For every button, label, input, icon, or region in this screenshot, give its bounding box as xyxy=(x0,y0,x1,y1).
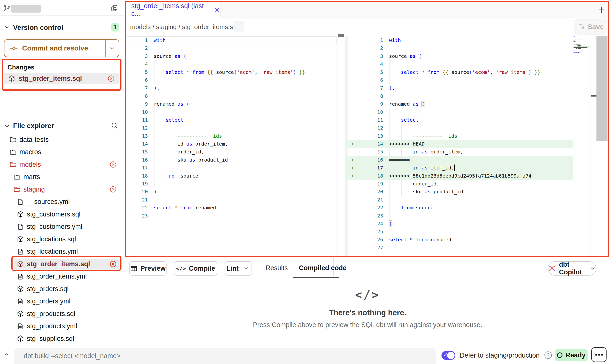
code-line-3[interactable]: 3source as ( xyxy=(126,52,338,60)
code-line-12[interactable]: 12 xyxy=(126,124,338,132)
file-row-stg-order-items-sql[interactable]: stg_order_items.sql xyxy=(0,258,125,270)
editor-pane-right[interactable]: 1with23source as (45 select * from {{ so… xyxy=(346,36,573,252)
code-line-22[interactable]: 22select * from renamed xyxy=(126,204,338,212)
code-line-14[interactable]: +14<<<<<<< HEAD xyxy=(346,140,573,148)
right-scrollbar-thumb[interactable] xyxy=(596,36,608,141)
code-line-20[interactable]: 20 sku as product_id xyxy=(346,188,573,196)
code-line-27[interactable]: 27 xyxy=(346,244,573,251)
code-line-3[interactable]: 3source as ( xyxy=(346,52,573,60)
x-circle-icon[interactable] xyxy=(109,161,117,168)
code-line-19[interactable]: 19 order_id, xyxy=(346,180,573,188)
x-circle-icon[interactable] xyxy=(109,186,117,193)
code-line-5[interactable]: 5 select * from {{ source('ecom', 'raw_i… xyxy=(126,68,338,76)
commit-dropdown-toggle[interactable] xyxy=(105,40,119,57)
file-row-stg-order-items-yml[interactable]: stg_order_items.yml xyxy=(0,270,125,283)
code-line-21[interactable]: 21 xyxy=(346,196,573,204)
code-line-5[interactable]: 5 select * from {{ source('ecom', 'raw_i… xyxy=(346,68,573,76)
code-line-11[interactable]: 11 select xyxy=(346,116,573,124)
copy-files-icon[interactable] xyxy=(110,4,118,12)
code-line-6[interactable]: 6 xyxy=(126,76,338,84)
code-line-26[interactable]: 26select * from renamed xyxy=(346,236,573,244)
code-line-16[interactable]: 16 sku as product_id xyxy=(126,156,338,164)
code-line-23[interactable]: 23 xyxy=(126,212,338,220)
code-line-6[interactable]: 6 xyxy=(346,76,573,84)
code-line-8[interactable]: 8 xyxy=(346,92,573,100)
file-row-stg-products-sql[interactable]: stg_products.sql xyxy=(0,308,125,320)
code-line-4[interactable]: 4 xyxy=(346,60,573,68)
code-line-21[interactable]: 21 xyxy=(126,196,338,204)
lint-dropdown-toggle[interactable] xyxy=(240,262,252,275)
code-line-4[interactable]: 4 xyxy=(126,60,338,68)
code-line-9[interactable]: 9renamed as ( xyxy=(346,100,573,108)
code-line-15[interactable]: 15 id as order_item, xyxy=(346,148,573,156)
minimap[interactable] xyxy=(574,36,590,59)
file-row-data-tests[interactable]: data-tests xyxy=(0,133,125,146)
close-icon[interactable] xyxy=(214,7,220,13)
file-row-models[interactable]: models xyxy=(0,158,125,171)
code-line-19[interactable]: 19 xyxy=(126,180,338,188)
tab-compiled-code[interactable]: Compiled code xyxy=(299,264,347,272)
code-line-20[interactable]: 20) xyxy=(126,188,338,196)
code-line-13[interactable]: 13 ---------- ids xyxy=(346,132,573,140)
code-line-8[interactable]: 8 xyxy=(126,92,338,100)
commit-and-resolve-button[interactable]: Commit and resolve xyxy=(4,39,119,57)
tab-stg-order-items[interactable]: stg_order_items.sql (last c... xyxy=(126,2,220,18)
code-line-7[interactable]: 7), xyxy=(346,84,573,92)
code-line-18[interactable]: +18>>>>>>> 58c1dd23d5eebd9cd2495fa7124ab… xyxy=(346,172,573,180)
code-line-7[interactable]: 7), xyxy=(126,84,338,92)
file-row-stg-customers-sql[interactable]: stg_customers.sql xyxy=(0,208,125,221)
code-line-2[interactable]: 2 xyxy=(126,44,338,52)
more-options-button[interactable] xyxy=(591,347,607,362)
file-row-stg-products-yml[interactable]: stg_products.yml xyxy=(0,320,125,333)
command-input[interactable]: dbt build --select <model_name> xyxy=(14,348,436,364)
code-line-23[interactable]: 23 xyxy=(346,212,573,220)
code-line-10[interactable]: 10 xyxy=(126,108,338,116)
code-line-2[interactable]: 2 xyxy=(346,44,573,52)
new-tab-plus-icon[interactable] xyxy=(597,6,606,14)
file-row-stg-orders-yml[interactable]: stg_orders.yml xyxy=(0,295,125,308)
left-scrollbar-thumb[interactable] xyxy=(338,34,344,37)
file-row--sources-yml[interactable]: __sources.yml xyxy=(0,196,125,208)
code-line-12[interactable]: 12 xyxy=(346,124,573,132)
compile-button[interactable]: </> Compile xyxy=(174,261,217,276)
code-line-1[interactable]: 1with xyxy=(126,36,338,44)
ready-status-badge[interactable]: Ready xyxy=(555,349,588,361)
code-line-25[interactable]: 25 xyxy=(346,228,573,235)
save-button[interactable]: Save xyxy=(575,19,607,34)
commit-and-resolve-main[interactable]: Commit and resolve xyxy=(4,40,105,57)
chevron-down-icon[interactable] xyxy=(4,123,10,129)
code-line-17[interactable]: +17 id as item_id, xyxy=(346,164,573,172)
file-row-stg-supplies-sql[interactable]: stg_supplies.sql xyxy=(0,332,125,345)
code-line-9[interactable]: 9renamed as ( xyxy=(126,100,338,108)
code-line-17[interactable]: 17 xyxy=(126,164,338,172)
lineage-icon[interactable] xyxy=(233,21,244,32)
pane-divider[interactable] xyxy=(344,36,344,256)
x-circle-icon[interactable] xyxy=(107,75,115,82)
code-line-11[interactable]: 11 select xyxy=(126,116,338,124)
chevron-down-icon[interactable] xyxy=(4,24,10,31)
code-line-22[interactable]: 22 from source xyxy=(346,204,573,212)
file-row-staging[interactable]: staging xyxy=(0,183,125,196)
code-line-13[interactable]: 13 ---------- ids xyxy=(126,132,338,140)
defer-toggle[interactable]: ✓ xyxy=(441,351,455,360)
file-row-marts[interactable]: marts xyxy=(0,171,125,183)
changed-file-item[interactable]: stg_order_items.sql xyxy=(4,73,119,84)
dbt-copilot-button[interactable]: dbt Copilot xyxy=(548,261,596,276)
file-row-macros[interactable]: macros xyxy=(0,146,125,159)
file-row-stg-locations-sql[interactable]: stg_locations.sql xyxy=(0,233,125,246)
chevron-up-icon[interactable] xyxy=(3,351,10,358)
code-line-14[interactable]: 14 id as order_item, xyxy=(126,140,338,148)
code-line-15[interactable]: 15 order_id, xyxy=(126,148,338,156)
lint-button[interactable]: Lint xyxy=(225,261,252,276)
tab-results[interactable]: Results xyxy=(266,264,288,272)
code-line-10[interactable]: 10 xyxy=(346,108,573,116)
file-row-stg-locations-yml[interactable]: stg_locations.yml xyxy=(0,246,125,258)
code-line-1[interactable]: 1with xyxy=(346,36,573,44)
code-line-24[interactable]: 24) xyxy=(346,220,573,228)
search-icon[interactable] xyxy=(111,122,118,129)
file-row-stg-orders-sql[interactable]: stg_orders.sql xyxy=(0,283,125,295)
editor-pane-left[interactable]: 1with23source as (45 select * from {{ so… xyxy=(126,36,338,220)
file-row-stg-customers-yml[interactable]: stg_customers.yml xyxy=(0,221,125,233)
help-circle-icon[interactable]: ? xyxy=(544,351,552,359)
code-line-16[interactable]: +16======= xyxy=(346,156,573,164)
